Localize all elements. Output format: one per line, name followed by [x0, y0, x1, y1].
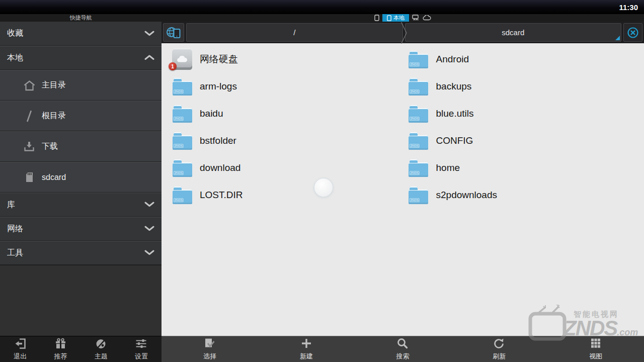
sidebar-section-network[interactable]: 网络 — [0, 217, 162, 241]
breadcrumb-root[interactable]: / — [186, 23, 403, 42]
refresh-button[interactable]: 刷新 — [451, 336, 547, 362]
view-button[interactable]: 视图 — [547, 336, 644, 362]
library-label: 库 — [7, 200, 15, 210]
globe-device-icon — [166, 26, 181, 39]
watermark-stamp: ZNDS — [174, 89, 184, 94]
file-item-folder[interactable]: ZNDS baidu — [172, 100, 408, 127]
folder-icon: ZNDS — [409, 190, 428, 204]
tab-cloud-icon[interactable] — [423, 15, 431, 21]
folder-icon: ZNDS — [409, 81, 428, 96]
new-label: 新建 — [300, 352, 313, 361]
breadcrumb-root-label: / — [293, 28, 295, 37]
view-label: 视图 — [589, 352, 602, 361]
exit-label: 退出 — [14, 352, 27, 361]
file-item-folder[interactable]: ZNDS LOST.DIR — [172, 182, 408, 209]
window-tab-strip: 本地 — [162, 14, 644, 22]
breadcrumb-current[interactable]: sdcard — [405, 23, 622, 42]
sidebar-section-local[interactable]: 本地 — [0, 46, 162, 70]
exit-button[interactable]: 退出 — [0, 336, 40, 362]
sidebar-item-home-dir[interactable]: 主目录 — [0, 70, 162, 101]
plus-icon — [300, 337, 313, 351]
sdcard-icon — [23, 171, 36, 183]
file-name: backups — [436, 81, 472, 92]
tools-label: 工具 — [7, 248, 23, 258]
watermark-stamp: ZNDS — [410, 62, 420, 66]
sidebar-title: 快捷导航 — [70, 14, 92, 22]
local-label: 本地 — [7, 53, 23, 63]
chevron-down-icon — [144, 248, 154, 257]
file-item-folder[interactable]: ZNDS CONFIG — [408, 127, 644, 154]
file-item-folder[interactable]: ZNDS download — [172, 154, 408, 182]
recommend-button[interactable]: 推荐 — [40, 336, 80, 362]
watermark-stamp: ZNDS — [410, 144, 420, 148]
tab-pc-icon[interactable] — [412, 15, 420, 21]
file-name: download — [200, 162, 240, 173]
sidebar-section-library[interactable]: 库 — [0, 193, 162, 217]
close-tab-button[interactable] — [623, 23, 642, 42]
touch-indicator — [314, 178, 333, 197]
sidebar-title-bar: 快捷导航 — [0, 14, 162, 22]
download-icon — [23, 141, 36, 152]
tab-local-active[interactable]: 本地 — [382, 14, 409, 22]
theme-button[interactable]: 主题 — [81, 336, 121, 362]
address-bar: / sdcard — [162, 22, 644, 43]
file-item-folder[interactable]: ZNDS Android — [408, 46, 644, 73]
sidebar-section-favorites[interactable]: 收藏 — [0, 22, 162, 46]
sidebar-item-download[interactable]: 下载 — [0, 131, 162, 162]
close-icon — [626, 26, 639, 39]
theme-label: 主题 — [95, 352, 108, 361]
folder-icon: ZNDS — [173, 81, 192, 96]
sidebar-section-tools[interactable]: 工具 — [0, 241, 162, 265]
settings-button[interactable]: 设置 — [121, 336, 162, 362]
palette-icon — [95, 338, 107, 351]
select-button[interactable]: 选择 — [162, 336, 258, 362]
select-label: 选择 — [203, 352, 216, 361]
sidebar-footer: 退出 推荐 主题 设置 — [0, 336, 162, 362]
file-item-folder[interactable]: ZNDS blue.utils — [408, 100, 644, 127]
gift-icon — [54, 338, 67, 351]
device-switch-button[interactable] — [163, 23, 184, 42]
sidebar-item-label: 下载 — [42, 141, 58, 152]
sidebar-item-label: 主目录 — [42, 80, 66, 90]
folder-icon: ZNDS — [173, 190, 192, 204]
recommend-label: 推荐 — [54, 352, 67, 361]
file-grid: 1 网络硬盘 ZNDS Android ZNDS arm-logs — [162, 43, 644, 209]
chevron-up-icon — [144, 53, 154, 62]
folder-icon: ZNDS — [173, 135, 192, 150]
sliders-icon — [135, 338, 147, 351]
tab-local-label: 本地 — [393, 15, 405, 21]
app-body: 收藏 本地 主目录 根目录 — [0, 22, 644, 362]
phone-icon — [387, 15, 391, 21]
file-manager-app: 11:30 快捷导航 本地 收藏 — [0, 0, 644, 362]
new-button[interactable]: 新建 — [258, 336, 355, 362]
root-slash-icon — [23, 110, 36, 122]
sidebar: 收藏 本地 主目录 根目录 — [0, 22, 162, 362]
tab-phone-icon[interactable] — [374, 15, 379, 21]
refresh-label: 刷新 — [493, 352, 506, 361]
sidebar-item-root-dir[interactable]: 根目录 — [0, 101, 162, 131]
main-panel: / sdcard — [162, 22, 644, 362]
watermark-stamp: ZNDS — [174, 144, 184, 148]
chevron-down-icon — [144, 224, 154, 233]
file-item-folder[interactable]: ZNDS bstfolder — [172, 127, 408, 154]
file-list-area: 1 网络硬盘 ZNDS Android ZNDS arm-logs — [162, 43, 644, 336]
file-item-folder[interactable]: ZNDS arm-logs — [172, 73, 408, 100]
file-item-network-drive[interactable]: 1 网络硬盘 — [172, 46, 408, 73]
search-button[interactable]: 搜索 — [355, 336, 451, 362]
search-icon — [396, 337, 409, 351]
folder-icon: ZNDS — [409, 108, 428, 123]
watermark-stamp: ZNDS — [410, 198, 420, 202]
bottom-toolbar: 选择 新建 搜索 刷新 — [162, 336, 644, 362]
sidebar-item-label: sdcard — [42, 173, 66, 182]
sidebar-item-sdcard[interactable]: sdcard — [0, 162, 162, 193]
file-name: bstfolder — [200, 135, 236, 146]
file-name: blue.utils — [436, 108, 474, 119]
watermark-stamp: ZNDS — [410, 171, 420, 175]
file-name: Android — [436, 54, 469, 65]
file-item-folder[interactable]: ZNDS home — [408, 154, 644, 182]
file-item-folder[interactable]: ZNDS s2pdownloads — [408, 182, 644, 209]
status-bar: 11:30 — [0, 0, 644, 14]
file-item-folder[interactable]: ZNDS backups — [408, 73, 644, 100]
settings-label: 设置 — [135, 352, 148, 361]
sidebar-empty-area — [0, 265, 162, 336]
